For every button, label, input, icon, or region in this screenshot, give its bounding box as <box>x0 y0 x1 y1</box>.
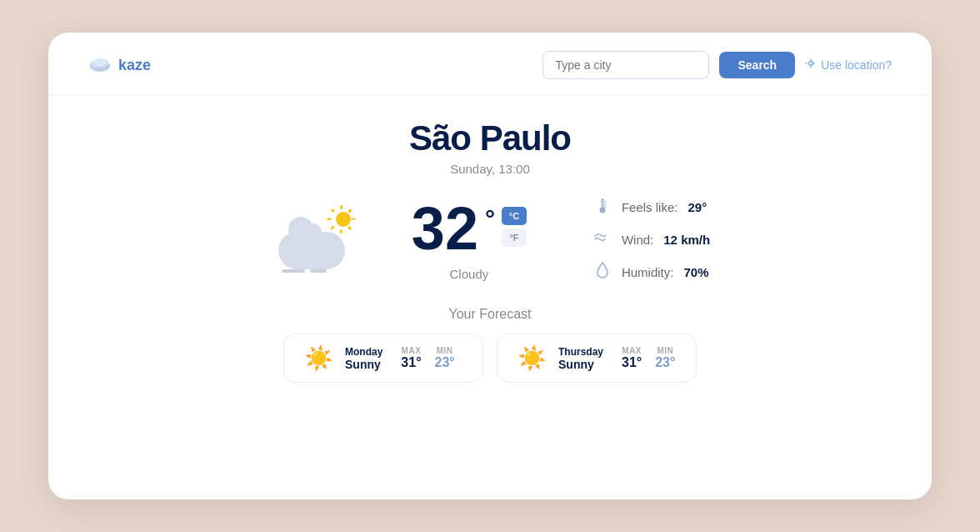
date-time: Sunday, 13:00 <box>450 162 530 176</box>
city-name: São Paulo <box>409 118 571 158</box>
thermometer-icon <box>593 196 612 218</box>
forecast-temps-thursday: MAX 31° MIN 23° <box>622 346 675 370</box>
wind-stat: Wind: 12 km/h <box>593 230 710 249</box>
feels-like-value: 29° <box>688 200 707 214</box>
max-val-monday: 31° <box>401 355 421 370</box>
forecast-section: Your Forecast ☀️ Monday Sunny MAX 31° <box>88 307 892 383</box>
weather-condition: Cloudy <box>450 267 489 281</box>
max-label-monday: MAX <box>402 346 422 355</box>
weather-stats: Feels like: 29° Wind: 12 km/h <box>593 196 710 284</box>
feels-like-label: Feels like: <box>622 200 678 214</box>
min-label-thursday: MIN <box>657 346 673 355</box>
min-val-thursday: 23° <box>655 355 675 370</box>
cloud-bottom <box>282 264 340 278</box>
max-val-thursday: 31° <box>622 355 642 370</box>
forecast-info-thursday: Thursday Sunny <box>558 346 603 371</box>
humidity-label: Humidity: <box>622 265 674 279</box>
svg-point-4 <box>809 61 813 65</box>
max-label-thursday: MAX <box>622 346 642 355</box>
forecast-day-monday: Monday <box>345 346 382 358</box>
wind-value: 12 km/h <box>663 233 710 247</box>
humidity-stat: Humidity: 70% <box>593 261 710 284</box>
header: kaze Search Use location? <box>48 33 932 95</box>
celsius-button[interactable]: °C <box>502 207 527 225</box>
svg-rect-7 <box>602 200 603 208</box>
min-val-monday: 23° <box>435 355 455 370</box>
use-location-label: Use location? <box>821 58 892 72</box>
unit-toggle: °C °F <box>502 207 527 247</box>
weather-display: 32 ° °C °F Cloudy <box>270 196 710 284</box>
forecast-sun-icon-monday: ☀️ <box>304 344 333 372</box>
logo-text: kaze <box>118 57 151 74</box>
search-area: Search Use location? <box>542 51 892 79</box>
svg-point-3 <box>93 58 107 67</box>
search-button[interactable]: Search <box>719 52 795 78</box>
feels-like-stat: Feels like: 29° <box>593 196 710 218</box>
wind-icon <box>593 230 612 249</box>
forecast-temps-monday: MAX 31° MIN 23° <box>401 346 454 370</box>
forecast-day-thursday: Thursday <box>558 346 603 358</box>
forecast-min-thursday: MIN 23° <box>655 346 675 370</box>
forecast-title: Your Forecast <box>88 307 892 322</box>
forecast-condition-monday: Sunny <box>345 358 382 371</box>
forecast-card-thursday: ☀️ Thursday Sunny MAX 31° MIN 23° <box>497 334 697 383</box>
forecast-cards: ☀️ Monday Sunny MAX 31° MIN 23° <box>88 334 892 383</box>
weather-icon <box>270 203 362 278</box>
forecast-card-monday: ☀️ Monday Sunny MAX 31° MIN 23° <box>283 334 483 383</box>
wind-label: Wind: <box>622 233 653 247</box>
fahrenheit-button[interactable]: °F <box>502 228 527 247</box>
forecast-condition-thursday: Sunny <box>558 358 603 371</box>
forecast-min-monday: MIN 23° <box>435 346 455 370</box>
temperature-area: 32 ° °C °F Cloudy <box>412 198 527 281</box>
humidity-value: 70% <box>683 265 708 279</box>
forecast-info-monday: Monday Sunny <box>345 346 382 371</box>
search-input[interactable] <box>542 51 709 79</box>
app-window: kaze Search Use location? São Paulo Sund… <box>48 33 932 499</box>
forecast-sun-icon-thursday: ☀️ <box>518 344 547 372</box>
temperature-value: 32 <box>412 198 478 258</box>
use-location-button[interactable]: Use location? <box>805 58 892 73</box>
main-content: São Paulo Sunday, 13:00 <box>48 95 932 499</box>
svg-point-6 <box>599 208 605 213</box>
logo-icon <box>88 55 112 76</box>
forecast-max-thursday: MAX 31° <box>622 346 642 370</box>
humidity-icon <box>593 261 612 284</box>
forecast-max-monday: MAX 31° <box>401 346 421 370</box>
degree-symbol: ° <box>485 205 495 233</box>
sun-icon <box>328 204 358 234</box>
location-icon <box>805 58 817 73</box>
logo: kaze <box>88 55 151 76</box>
min-label-monday: MIN <box>437 346 453 355</box>
